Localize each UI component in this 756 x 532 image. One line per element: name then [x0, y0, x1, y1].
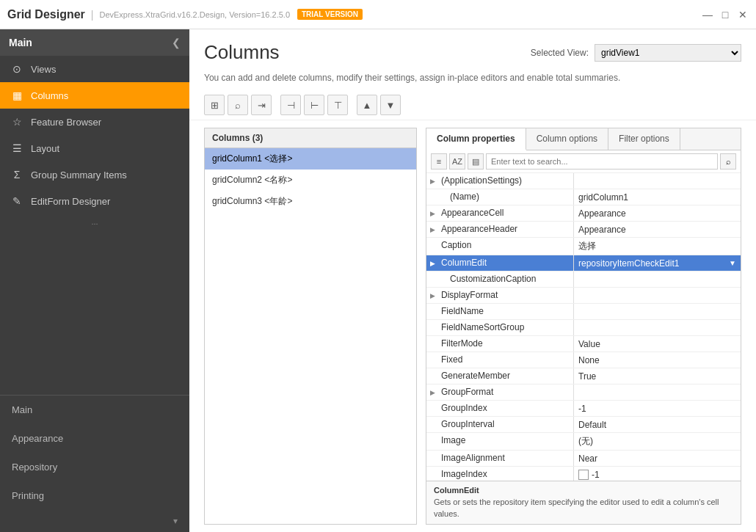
props-toolbar: ≡ AZ ▤ ⌕ — [426, 150, 741, 173]
close-button[interactable]: ✕ — [737, 9, 749, 21]
app-body: Main ❮ ⊙ Views ▦ Columns ☆ Feature Brows… — [0, 29, 756, 532]
sidebar-item-columns[interactable]: ▦ Columns — [0, 82, 189, 109]
props-key-display-format: DisplayFormat — [438, 288, 574, 303]
props-key-image-alignment: ImageAlignment — [438, 451, 574, 466]
props-value-group-interval: Default — [574, 417, 741, 432]
arrow-down-icon: ▼ — [386, 100, 396, 111]
props-filter-button[interactable]: ▤ — [468, 153, 484, 170]
categorize-icon: ≡ — [437, 157, 441, 166]
props-value-fixed: None — [574, 352, 741, 368]
props-key-group-format: GroupFormat — [438, 385, 574, 400]
maximize-button[interactable]: □ — [719, 9, 731, 21]
tab-column-properties[interactable]: Column properties — [426, 128, 526, 150]
toolbar-col1-button[interactable]: ⊣ — [280, 95, 301, 115]
props-value-appearance-cell: Appearance — [574, 205, 741, 221]
expand-image-alignment — [426, 451, 438, 466]
toolbar-nav-button[interactable]: ⇥ — [251, 95, 272, 115]
props-row-image-index: ImageIndex -1 — [426, 467, 741, 481]
dropdown-arrow-icon[interactable]: ▼ — [729, 259, 736, 267]
toolbar-col3-button[interactable]: ⊤ — [327, 95, 348, 115]
props-row-column-edit: ▶ ColumnEdit repositoryItemCheckEdit1 ▼ — [426, 255, 741, 272]
sidebar-item-feature-browser-label: Feature Browser — [31, 117, 101, 128]
props-categorize-button[interactable]: ≡ — [431, 153, 447, 170]
columns-toolbar: ⊞ ⌕ ⇥ ⊣ ⊢ ⊤ ▲ ▼ — [189, 90, 756, 120]
desc-bar-title: ColumnEdit — [434, 486, 733, 495]
toolbar-grid-button[interactable]: ⊞ — [204, 95, 225, 115]
sidebar-bottom-toggle[interactable]: ▾ — [0, 510, 189, 532]
props-value-name: gridColumn1 — [574, 189, 741, 205]
sidebar-header-label: Main — [9, 37, 32, 48]
props-search-button[interactable]: ⌕ — [720, 153, 736, 170]
tab-column-options[interactable]: Column options — [526, 128, 608, 150]
toolbar-down-button[interactable]: ▼ — [380, 95, 401, 115]
main-content: Columns Selected View: gridView1 You can… — [189, 29, 756, 532]
sidebar-bottom-main[interactable]: Main — [0, 396, 189, 424]
sidebar-item-editform[interactable]: ✎ EditForm Designer — [0, 188, 189, 214]
props-row-filter-mode: FilterMode Value — [426, 336, 741, 352]
props-row-group-index: GroupIndex -1 — [426, 401, 741, 417]
sidebar-item-layout[interactable]: ☰ Layout — [0, 135, 189, 161]
sidebar-item-group-summary[interactable]: Σ Group Summary Items — [0, 161, 189, 188]
props-key-field-name-sort: FieldNameSortGroup — [438, 320, 574, 335]
image-index-value: -1 — [592, 470, 600, 480]
nav-icon: ⇥ — [258, 100, 266, 111]
expand-appearance-cell[interactable]: ▶ — [426, 205, 438, 221]
props-value-image-index: -1 — [574, 467, 741, 481]
magnifier-icon: ⌕ — [726, 157, 731, 166]
sidebar-bottom-repository[interactable]: Repository — [0, 453, 189, 481]
properties-panel: Column properties Column options Filter … — [426, 128, 741, 525]
props-key-appearance-cell: AppearanceCell — [438, 205, 574, 221]
sidebar-nav: ⊙ Views ▦ Columns ☆ Feature Browser ☰ La… — [0, 56, 189, 395]
expand-fixed — [426, 352, 438, 368]
sidebar-bottom: Main Appearance Repository Printing ▾ — [0, 395, 189, 532]
props-key-fixed: Fixed — [438, 352, 574, 368]
sidebar-bottom-appearance[interactable]: Appearance — [0, 424, 189, 453]
minimize-button[interactable]: — — [702, 9, 713, 21]
selected-view-select[interactable]: gridView1 — [595, 44, 741, 62]
column-list-header: Columns (3) — [205, 128, 416, 148]
props-value-field-name[interactable] — [574, 304, 741, 319]
column-list-item-col1[interactable]: gridColumn1 <选择> — [205, 148, 416, 170]
toolbar-search-button[interactable]: ⌕ — [228, 95, 248, 115]
props-value-generate-member: True — [574, 368, 741, 384]
expand-group-index — [426, 401, 438, 416]
tab-filter-options[interactable]: Filter options — [608, 128, 680, 150]
toolbar-up-button[interactable]: ▲ — [357, 95, 377, 115]
expand-image-index — [426, 467, 438, 481]
arrow-up-icon: ▲ — [363, 100, 372, 111]
sidebar-more[interactable]: ... — [0, 214, 189, 229]
expand-display-format[interactable]: ▶ — [426, 288, 438, 303]
group-summary-icon: Σ — [10, 169, 23, 181]
toolbar-col2-button[interactable]: ⊢ — [304, 95, 324, 115]
column-edit-value: repositoryItemCheckEdit1 — [578, 258, 679, 269]
sidebar-item-feature-browser[interactable]: ☆ Feature Browser — [0, 109, 189, 135]
feature-browser-icon: ☆ — [10, 116, 23, 128]
expand-column-edit[interactable]: ▶ — [426, 255, 438, 271]
sidebar-item-editform-label: EditForm Designer — [31, 196, 110, 207]
props-search-input[interactable] — [486, 153, 718, 170]
column-list-item-col2[interactable]: gridColumn2 <名称> — [205, 170, 416, 191]
sidebar-header: Main ❮ — [0, 29, 189, 56]
sidebar-item-views[interactable]: ⊙ Views — [0, 56, 189, 82]
expand-group-format[interactable]: ▶ — [426, 385, 438, 400]
expand-app-settings[interactable]: ▶ — [426, 173, 438, 189]
props-value-column-edit[interactable]: repositoryItemCheckEdit1 ▼ — [574, 255, 741, 271]
props-value-image-alignment: Near — [574, 451, 741, 466]
props-value-caption[interactable]: 选择 — [574, 238, 741, 255]
expand-generate-member — [426, 368, 438, 384]
props-value-app-settings — [574, 173, 741, 189]
expand-image — [426, 433, 438, 450]
expand-appearance-header[interactable]: ▶ — [426, 222, 438, 237]
props-row-name: (Name) gridColumn1 — [426, 189, 741, 205]
toolbar-sep1 — [275, 95, 277, 115]
props-sort-button[interactable]: AZ — [449, 153, 465, 170]
props-row-group-interval: GroupInterval Default — [426, 417, 741, 433]
props-row-appearance-cell: ▶ AppearanceCell Appearance — [426, 205, 741, 222]
sidebar-bottom-printing[interactable]: Printing — [0, 481, 189, 510]
column-list-item-col3[interactable]: gridColumn3 <年龄> — [205, 191, 416, 212]
props-value-group-format — [574, 385, 741, 400]
props-key-filter-mode: FilterMode — [438, 336, 574, 351]
props-row-field-name: FieldName — [426, 304, 741, 320]
props-key-name: (Name) — [438, 189, 574, 205]
sidebar-collapse-button[interactable]: ❮ — [172, 37, 181, 48]
